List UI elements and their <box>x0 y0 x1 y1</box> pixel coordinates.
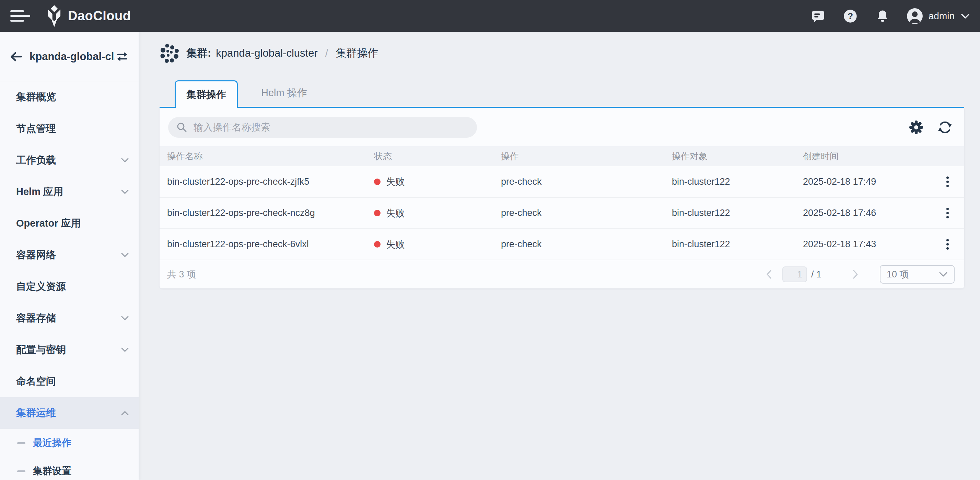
avatar-icon <box>907 8 923 24</box>
dash-icon <box>17 442 25 444</box>
sidebar-item-container-network[interactable]: 容器网络 <box>0 239 138 271</box>
sidebar-item-operator-apps[interactable]: Operator 应用 <box>0 208 138 239</box>
sidebar-item-cluster-overview[interactable]: 集群概览 <box>0 81 138 113</box>
page-input[interactable] <box>782 266 807 282</box>
sidebar-menu: 集群概览 节点管理 工作负载 Helm 应用 Operator 应用 容器网络 … <box>0 81 138 480</box>
messages-icon[interactable] <box>810 9 826 24</box>
sidebar-subitem-cluster-settings[interactable]: 集群设置 <box>0 457 138 480</box>
brand-name: DaoCloud <box>68 9 131 23</box>
sidebar-item-namespaces[interactable]: 命名空间 <box>0 366 138 397</box>
settings-icon[interactable] <box>908 120 924 135</box>
search-icon <box>177 122 187 133</box>
table-row: bin-cluster122-ops-pre-check-ncz8g 失败 pr… <box>159 198 964 229</box>
tab-bar: 集群操作 Helm 操作 <box>159 78 980 107</box>
column-header-action: 操作 <box>493 146 664 166</box>
chevron-left-icon <box>765 270 773 279</box>
operation-action: pre-check <box>493 166 664 198</box>
sidebar-item-cluster-operations[interactable]: 集群运维 <box>0 397 138 429</box>
main-content: 集群: kpanda-global-cluster / 集群操作 集群操作 He… <box>138 32 980 480</box>
column-header-name: 操作名称 <box>159 146 366 166</box>
chevron-down-icon <box>939 271 948 277</box>
operation-created: 2025-02-18 17:46 <box>795 198 923 229</box>
back-button[interactable] <box>10 50 23 63</box>
cluster-icon <box>159 43 180 64</box>
page-size-select[interactable]: 10 项 <box>880 265 955 284</box>
tab-cluster-operations[interactable]: 集群操作 <box>175 80 238 108</box>
chevron-down-icon <box>121 316 129 321</box>
sidebar-item-config-secrets[interactable]: 配置与密钥 <box>0 334 138 366</box>
operation-action: pre-check <box>493 198 664 229</box>
sidebar-header: kpanda-global-cl... <box>0 32 138 81</box>
chevron-down-icon <box>121 189 129 195</box>
chevron-up-icon <box>121 410 129 416</box>
svg-text:?: ? <box>848 11 853 21</box>
chevron-down-icon <box>121 252 129 258</box>
sidebar-item-helm-apps[interactable]: Helm 应用 <box>0 176 138 208</box>
help-icon[interactable]: ? <box>843 9 858 24</box>
chevron-down-icon <box>121 158 129 163</box>
top-bar: DaoCloud ? <box>0 0 980 32</box>
notifications-icon[interactable] <box>875 9 890 24</box>
operation-target: bin-cluster122 <box>664 166 795 198</box>
column-header-status: 状态 <box>366 146 493 166</box>
cluster-name: kpanda-global-cl... <box>30 51 115 63</box>
status-dot-icon <box>374 241 380 247</box>
status-dot-icon <box>374 179 380 185</box>
operation-name: bin-cluster122-ops-pre-check-zjfk5 <box>159 166 366 198</box>
sidebar: kpanda-global-cl... 集群概览 节点管理 工作负载 Helm … <box>0 32 138 480</box>
search-box[interactable] <box>168 117 477 138</box>
tab-helm-operations[interactable]: Helm 操作 <box>238 79 331 107</box>
operations-panel: 操作名称 状态 操作 操作对象 创建时间 bin-cluster122-ops-… <box>159 107 964 289</box>
table-header-row: 操作名称 状态 操作 操作对象 创建时间 <box>159 146 964 166</box>
status-badge: 失败 <box>374 207 493 219</box>
operation-action: pre-check <box>493 229 664 260</box>
topbar-actions: ? admin <box>793 8 970 24</box>
search-input[interactable] <box>194 122 469 133</box>
operation-target: bin-cluster122 <box>664 229 795 260</box>
breadcrumb-label: 集群: <box>186 46 211 61</box>
prev-page-button[interactable] <box>764 269 774 279</box>
total-count: 共 3 项 <box>167 268 196 281</box>
daocloud-logo-icon <box>45 5 63 27</box>
row-actions-menu-icon[interactable] <box>939 174 956 190</box>
sidebar-item-container-storage[interactable]: 容器存储 <box>0 303 138 334</box>
pagination: / 1 10 项 <box>764 265 955 284</box>
operations-table: 操作名称 状态 操作 操作对象 创建时间 bin-cluster122-ops-… <box>159 146 964 260</box>
dash-icon <box>17 470 25 472</box>
page-total-label: / 1 <box>811 269 821 280</box>
table-row: bin-cluster122-ops-pre-check-zjfk5 失败 pr… <box>159 166 964 198</box>
switch-cluster-button[interactable] <box>115 50 129 64</box>
sidebar-item-node-management[interactable]: 节点管理 <box>0 113 138 145</box>
operation-created: 2025-02-18 17:43 <box>795 229 923 260</box>
row-actions-menu-icon[interactable] <box>939 236 956 253</box>
breadcrumb-cluster-link[interactable]: kpanda-global-cluster <box>216 47 317 59</box>
operation-target: bin-cluster122 <box>664 198 795 229</box>
breadcrumb: 集群: kpanda-global-cluster / 集群操作 <box>159 43 980 64</box>
menu-toggle-button[interactable] <box>10 10 30 22</box>
chevron-right-icon <box>852 270 859 279</box>
username-label: admin <box>929 11 955 22</box>
next-page-button[interactable] <box>850 269 861 279</box>
breadcrumb-current: 集群操作 <box>336 46 378 61</box>
table-row: bin-cluster122-ops-pre-check-6vlxl 失败 pr… <box>159 229 964 260</box>
status-badge: 失败 <box>374 238 493 250</box>
table-toolbar <box>159 108 964 146</box>
sidebar-item-workloads[interactable]: 工作负载 <box>0 145 138 176</box>
brand-logo: DaoCloud <box>45 5 131 27</box>
operation-name: bin-cluster122-ops-pre-check-6vlxl <box>159 229 366 260</box>
column-header-created: 创建时间 <box>795 146 923 166</box>
column-header-target: 操作对象 <box>664 146 795 166</box>
sidebar-item-custom-resources[interactable]: 自定义资源 <box>0 271 138 303</box>
status-dot-icon <box>374 210 380 216</box>
refresh-icon[interactable] <box>937 120 953 135</box>
column-header-actions <box>923 146 964 166</box>
breadcrumb-separator: / <box>325 47 328 59</box>
operation-created: 2025-02-18 17:49 <box>795 166 923 198</box>
chevron-down-icon <box>961 13 970 19</box>
user-menu[interactable]: admin <box>907 8 970 24</box>
row-actions-menu-icon[interactable] <box>939 205 956 222</box>
table-footer: 共 3 项 / 1 10 项 <box>159 260 964 289</box>
chevron-down-icon <box>121 347 129 352</box>
operation-name: bin-cluster122-ops-pre-check-ncz8g <box>159 198 366 229</box>
sidebar-subitem-recent-operations[interactable]: 最近操作 <box>0 429 138 457</box>
